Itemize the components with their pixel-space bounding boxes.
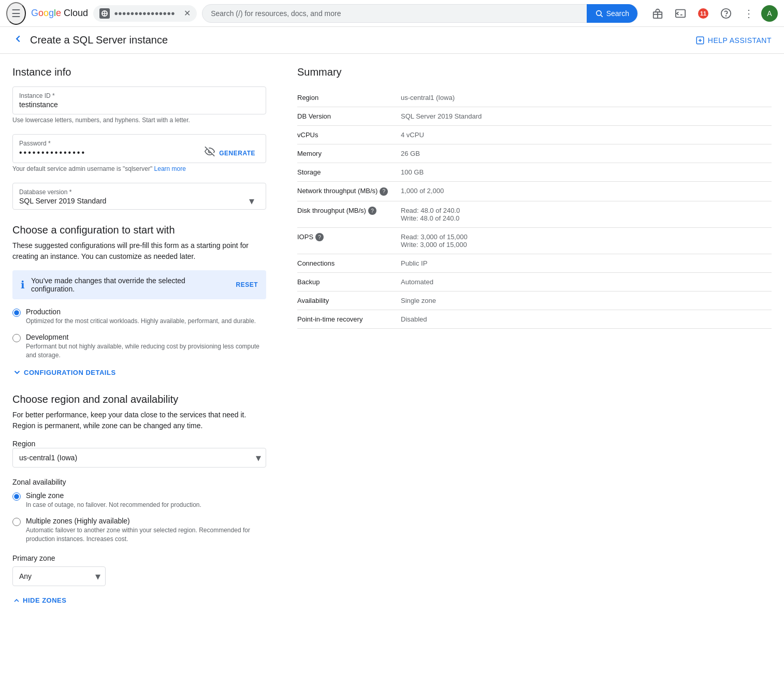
multiple-zones-radio[interactable] [12, 518, 21, 526]
svg-line-4 [601, 15, 603, 17]
production-radio[interactable] [12, 309, 21, 317]
project-selector[interactable]: ●●●●●●●●●●●●●●● ✕ [93, 5, 197, 22]
summary-row: Memory26 GB [297, 144, 772, 163]
reset-button[interactable]: RESET [236, 281, 258, 288]
config-details-label: CONFIGURATION DETAILS [24, 369, 116, 376]
summary-row: Point-in-time recoveryDisabled [297, 310, 772, 328]
page-title: Create a SQL Server instance [30, 34, 168, 46]
project-close-icon[interactable]: ✕ [184, 8, 191, 18]
summary-value: Public IP [401, 254, 772, 272]
config-section-desc: These suggested configurations will pre-… [12, 240, 266, 262]
avatar[interactable]: A [761, 5, 778, 22]
region-select[interactable]: us-central1 (Iowa) us-east1 (South Carol… [12, 448, 266, 468]
primary-zone-section: Primary zone Any us-central1-a us-centra… [12, 554, 266, 586]
summary-value: us-central1 (Iowa) [401, 89, 772, 107]
hide-zones-button[interactable]: HIDE ZONES [12, 596, 66, 605]
password-helper: Your default service admin username is "… [12, 165, 266, 172]
summary-row: vCPUs4 vCPU [297, 126, 772, 144]
help-assistant-label: HELP ASSISTANT [708, 36, 772, 45]
summary-label: Memory [297, 144, 401, 163]
summary-value: Automated [401, 272, 772, 291]
summary-label: Connections [297, 254, 401, 272]
project-name: ●●●●●●●●●●●●●●● [114, 9, 180, 17]
help-icon[interactable]: ? [315, 233, 324, 241]
zonal-radio-group: Single zone In case of outage, no failov… [12, 491, 266, 543]
configuration-details-button[interactable]: CONFIGURATION DETAILS [12, 368, 116, 377]
summary-value: 100 GB [401, 163, 772, 182]
instance-id-input[interactable] [19, 99, 259, 110]
summary-value: 4 vCPU [401, 126, 772, 144]
development-radio[interactable] [12, 334, 21, 342]
learn-more-link[interactable]: Learn more [154, 165, 186, 172]
google-cloud-logo[interactable]: Google Cloud [31, 8, 88, 19]
right-panel: Summary Regionus-central1 (Iowa)DB Versi… [287, 66, 772, 605]
svg-point-11 [726, 16, 727, 16]
gift-icon[interactable] [647, 3, 668, 24]
zonal-section: Zonal availability Single zone In case o… [12, 478, 266, 543]
help-icon[interactable]: ? [380, 187, 388, 196]
configuration-radio-group: Production Optimized for the most critic… [12, 308, 266, 359]
production-label: Production [26, 308, 256, 316]
search-button[interactable]: Search [587, 4, 637, 23]
main-content: Instance info Instance ID * Use lowercas… [0, 54, 784, 617]
summary-value: Single zone [401, 291, 772, 310]
multiple-zones-option[interactable]: Multiple zones (Highly available) Automa… [12, 517, 266, 544]
summary-table: Regionus-central1 (Iowa)DB VersionSQL Se… [297, 89, 772, 329]
single-zone-radio[interactable] [12, 492, 21, 501]
summary-value: SQL Server 2019 Standard [401, 107, 772, 126]
summary-row: ConnectionsPublic IP [297, 254, 772, 272]
notifications-button[interactable]: 11 [693, 3, 714, 24]
more-options-icon[interactable]: ⋮ [738, 3, 759, 24]
breadcrumb-left: Create a SQL Server instance [12, 33, 168, 47]
info-banner: ℹ You've made changes that override the … [12, 270, 266, 299]
info-banner-text: You've made changes that override the se… [31, 276, 229, 293]
generate-button[interactable]: GENERATE [219, 149, 255, 156]
summary-label: Availability [297, 291, 401, 310]
summary-title: Summary [297, 66, 772, 78]
info-icon: ℹ [21, 279, 25, 291]
svg-point-3 [596, 10, 601, 15]
project-icon [99, 8, 110, 19]
password-group: Password * GENERATE Your default service… [12, 134, 266, 172]
instance-info-section: Instance info Instance ID * Use lowercas… [12, 66, 266, 210]
development-option[interactable]: Development Performant but not highly av… [12, 333, 266, 360]
region-section: Choose region and zonal availability For… [12, 393, 266, 604]
help-icon[interactable] [716, 3, 736, 24]
development-desc: Performant but not highly available, whi… [26, 342, 266, 360]
logo-text: Google Cloud [31, 8, 88, 19]
summary-label: Backup [297, 272, 401, 291]
notifications-badge: 11 [698, 8, 708, 19]
back-button[interactable] [12, 33, 24, 47]
instance-id-label: Instance ID * [19, 92, 55, 99]
search-bar[interactable]: Search (/) for resources, docs, and more… [202, 4, 638, 23]
config-section-title: Choose a configuration to start with [12, 224, 266, 236]
password-actions: GENERATE [205, 147, 255, 159]
single-zone-label: Single zone [26, 491, 201, 500]
help-assistant-button[interactable]: HELP ASSISTANT [695, 36, 772, 45]
production-option[interactable]: Production Optimized for the most critic… [12, 308, 266, 326]
summary-label: Storage [297, 163, 401, 182]
menu-icon[interactable]: ☰ [6, 2, 26, 25]
summary-label: IOPS? [297, 227, 401, 254]
region-label: Region [12, 440, 35, 448]
primary-zone-select[interactable]: Any us-central1-a us-central1-b us-centr… [12, 566, 106, 586]
summary-label: Disk throughput (MB/s)? [297, 201, 401, 227]
summary-value: 26 GB [401, 144, 772, 163]
summary-value: 1,000 of 2,000 [401, 182, 772, 201]
help-icon[interactable]: ? [368, 207, 376, 215]
multiple-zones-label: Multiple zones (Highly available) [26, 517, 266, 525]
zonal-label: Zonal availability [12, 478, 266, 486]
search-button-label: Search [606, 9, 629, 18]
toggle-password-icon[interactable] [205, 147, 215, 159]
multiple-zones-desc: Automatic failover to another zone withi… [26, 526, 266, 544]
top-nav: ☰ Google Cloud ●●●●●●●●●●●●●●● ✕ Search … [0, 0, 784, 27]
summary-row: Regionus-central1 (Iowa) [297, 89, 772, 107]
instance-id-group: Instance ID * Use lowercase letters, num… [12, 86, 266, 124]
summary-value: Read: 48.0 of 240.0 Write: 48.0 of 240.0 [401, 201, 772, 227]
terminal-icon[interactable] [670, 3, 691, 24]
db-version-select[interactable]: SQL Server 2019 Standard SQL Server 2019… [19, 196, 259, 206]
summary-row: Disk throughput (MB/s)?Read: 48.0 of 240… [297, 201, 772, 227]
single-zone-option[interactable]: Single zone In case of outage, no failov… [12, 491, 266, 509]
summary-row: Storage100 GB [297, 163, 772, 182]
summary-row: BackupAutomated [297, 272, 772, 291]
